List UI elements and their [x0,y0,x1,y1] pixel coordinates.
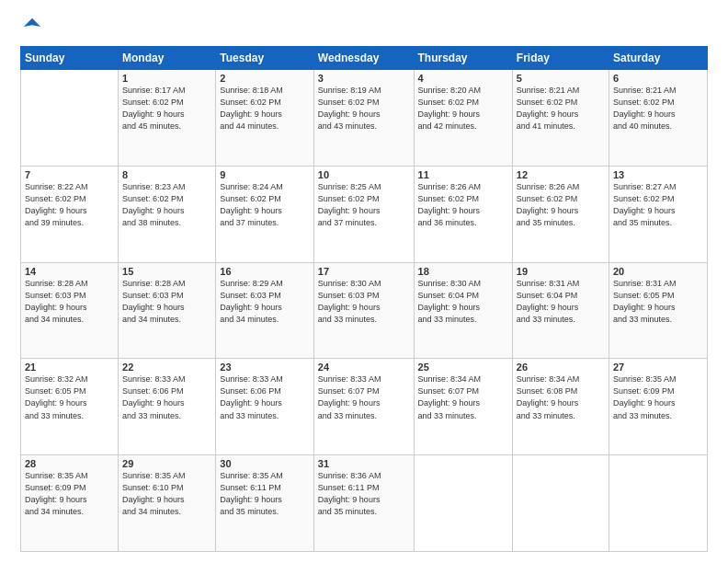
day-number: 8 [122,169,211,180]
day-info: Sunrise: 8:35 AMSunset: 6:09 PMDaylight:… [25,470,114,518]
day-number: 31 [318,458,410,469]
calendar-week-row: 7Sunrise: 8:22 AMSunset: 6:02 PMDaylight… [21,166,708,262]
day-number: 4 [418,73,508,84]
day-info: Sunrise: 8:33 AMSunset: 6:06 PMDaylight:… [220,373,310,421]
day-info: Sunrise: 8:30 AMSunset: 6:04 PMDaylight:… [418,278,508,326]
day-number: 14 [25,266,114,277]
logo [20,17,42,37]
calendar-cell: 23Sunrise: 8:33 AMSunset: 6:06 PMDayligh… [216,359,314,455]
day-info: Sunrise: 8:18 AMSunset: 6:02 PMDaylight:… [220,85,310,132]
day-info: Sunrise: 8:26 AMSunset: 6:02 PMDaylight:… [517,181,605,229]
day-info: Sunrise: 8:17 AMSunset: 6:02 PMDaylight:… [122,85,211,132]
day-info: Sunrise: 8:24 AMSunset: 6:02 PMDaylight:… [220,181,310,229]
day-info: Sunrise: 8:27 AMSunset: 6:02 PMDaylight:… [613,181,703,229]
day-number: 24 [318,362,410,373]
day-info: Sunrise: 8:20 AMSunset: 6:02 PMDaylight:… [418,85,508,132]
calendar-cell: 14Sunrise: 8:28 AMSunset: 6:03 PMDayligh… [21,262,119,359]
day-info: Sunrise: 8:25 AMSunset: 6:02 PMDaylight:… [318,181,410,229]
day-number: 6 [613,73,703,84]
day-number: 1 [122,73,211,84]
calendar-cell: 19Sunrise: 8:31 AMSunset: 6:04 PMDayligh… [512,262,609,359]
calendar-cell [609,455,708,552]
day-info: Sunrise: 8:31 AMSunset: 6:05 PMDaylight:… [613,278,703,326]
day-number: 22 [122,362,211,373]
weekday-header: Saturday [609,47,708,70]
day-info: Sunrise: 8:23 AMSunset: 6:02 PMDaylight:… [122,181,211,229]
weekday-header: Tuesday [216,47,314,70]
calendar-week-row: 28Sunrise: 8:35 AMSunset: 6:09 PMDayligh… [21,455,708,552]
day-number: 9 [220,169,310,180]
day-number: 13 [613,169,703,180]
day-info: Sunrise: 8:34 AMSunset: 6:08 PMDaylight:… [517,373,605,421]
calendar-week-row: 14Sunrise: 8:28 AMSunset: 6:03 PMDayligh… [21,262,708,359]
day-number: 11 [418,169,508,180]
calendar-cell: 22Sunrise: 8:33 AMSunset: 6:06 PMDayligh… [119,359,216,455]
day-number: 21 [25,362,114,373]
calendar-cell: 29Sunrise: 8:35 AMSunset: 6:10 PMDayligh… [119,455,216,552]
calendar-cell: 20Sunrise: 8:31 AMSunset: 6:05 PMDayligh… [609,262,708,359]
day-number: 29 [122,458,211,469]
day-number: 16 [220,266,310,277]
calendar-cell: 8Sunrise: 8:23 AMSunset: 6:02 PMDaylight… [119,166,216,262]
day-number: 26 [517,362,605,373]
day-number: 5 [517,73,605,84]
calendar-cell: 27Sunrise: 8:35 AMSunset: 6:09 PMDayligh… [609,359,708,455]
calendar-cell: 7Sunrise: 8:22 AMSunset: 6:02 PMDaylight… [21,166,119,262]
day-number: 15 [122,266,211,277]
calendar-cell [21,70,119,167]
day-number: 19 [517,266,605,277]
day-info: Sunrise: 8:31 AMSunset: 6:04 PMDaylight:… [517,278,605,326]
calendar-cell: 1Sunrise: 8:17 AMSunset: 6:02 PMDaylight… [119,70,216,167]
calendar-cell: 13Sunrise: 8:27 AMSunset: 6:02 PMDayligh… [609,166,708,262]
day-info: Sunrise: 8:30 AMSunset: 6:03 PMDaylight:… [318,278,410,326]
day-number: 3 [318,73,410,84]
weekday-header: Monday [119,47,216,70]
day-info: Sunrise: 8:33 AMSunset: 6:06 PMDaylight:… [122,373,211,421]
calendar-cell: 11Sunrise: 8:26 AMSunset: 6:02 PMDayligh… [414,166,512,262]
weekday-header: Wednesday [313,47,414,70]
calendar-cell: 28Sunrise: 8:35 AMSunset: 6:09 PMDayligh… [21,455,119,552]
day-number: 17 [318,266,410,277]
day-number: 27 [613,362,703,373]
day-info: Sunrise: 8:35 AMSunset: 6:11 PMDaylight:… [220,470,310,518]
day-info: Sunrise: 8:34 AMSunset: 6:07 PMDaylight:… [418,373,508,421]
calendar-cell: 16Sunrise: 8:29 AMSunset: 6:03 PMDayligh… [216,262,314,359]
day-number: 12 [517,169,605,180]
day-info: Sunrise: 8:33 AMSunset: 6:07 PMDaylight:… [318,373,410,421]
calendar-cell: 3Sunrise: 8:19 AMSunset: 6:02 PMDaylight… [313,70,414,167]
day-number: 30 [220,458,310,469]
logo-icon [22,17,42,37]
calendar-cell: 31Sunrise: 8:36 AMSunset: 6:11 PMDayligh… [313,455,414,552]
calendar-cell: 15Sunrise: 8:28 AMSunset: 6:03 PMDayligh… [119,262,216,359]
calendar-cell: 9Sunrise: 8:24 AMSunset: 6:02 PMDaylight… [216,166,314,262]
calendar-table: SundayMondayTuesdayWednesdayThursdayFrid… [20,46,708,552]
day-number: 23 [220,362,310,373]
calendar-cell: 17Sunrise: 8:30 AMSunset: 6:03 PMDayligh… [313,262,414,359]
calendar-cell [414,455,512,552]
header [20,17,708,37]
weekday-header: Friday [512,47,609,70]
day-info: Sunrise: 8:35 AMSunset: 6:10 PMDaylight:… [122,470,211,518]
calendar-cell: 21Sunrise: 8:32 AMSunset: 6:05 PMDayligh… [21,359,119,455]
calendar-cell: 6Sunrise: 8:21 AMSunset: 6:02 PMDaylight… [609,70,708,167]
calendar-cell: 24Sunrise: 8:33 AMSunset: 6:07 PMDayligh… [313,359,414,455]
day-number: 10 [318,169,410,180]
day-info: Sunrise: 8:19 AMSunset: 6:02 PMDaylight:… [318,85,410,132]
weekday-header: Thursday [414,47,512,70]
day-number: 25 [418,362,508,373]
day-info: Sunrise: 8:28 AMSunset: 6:03 PMDaylight:… [122,278,211,326]
day-number: 7 [25,169,114,180]
day-info: Sunrise: 8:32 AMSunset: 6:05 PMDaylight:… [25,373,114,421]
calendar-cell: 10Sunrise: 8:25 AMSunset: 6:02 PMDayligh… [313,166,414,262]
day-info: Sunrise: 8:36 AMSunset: 6:11 PMDaylight:… [318,470,410,518]
day-number: 2 [220,73,310,84]
calendar-week-row: 1Sunrise: 8:17 AMSunset: 6:02 PMDaylight… [21,70,708,167]
calendar-week-row: 21Sunrise: 8:32 AMSunset: 6:05 PMDayligh… [21,359,708,455]
calendar-cell: 5Sunrise: 8:21 AMSunset: 6:02 PMDaylight… [512,70,609,167]
calendar-cell: 18Sunrise: 8:30 AMSunset: 6:04 PMDayligh… [414,262,512,359]
day-info: Sunrise: 8:22 AMSunset: 6:02 PMDaylight:… [25,181,114,229]
day-info: Sunrise: 8:21 AMSunset: 6:02 PMDaylight:… [613,85,703,132]
weekday-header: Sunday [21,47,119,70]
calendar-cell [512,455,609,552]
calendar-cell: 25Sunrise: 8:34 AMSunset: 6:07 PMDayligh… [414,359,512,455]
